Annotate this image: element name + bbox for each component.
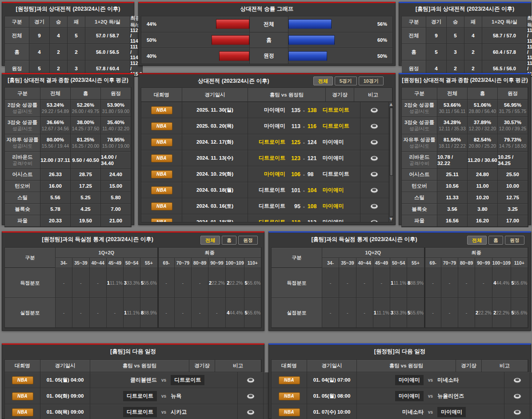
summary-cell: 12.00 / 37.11	[40, 152, 71, 169]
stadium-cell[interactable]	[238, 372, 264, 388]
stadium-cell[interactable]	[360, 134, 389, 150]
record-cell: 115.0 / 112.8	[527, 44, 532, 60]
stat-name: 스틸	[17, 195, 28, 201]
dist-left-tab-0[interactable]: 전체	[200, 236, 220, 245]
dist-row-label: 실점분포	[5, 298, 56, 328]
summary-row: 2점슛 성공률성공/시도53.24%29.22 / 54.8952.26%26.…	[5, 100, 131, 117]
record-row-label: 전체	[402, 28, 426, 44]
compare-cell: 비교 〉	[530, 404, 532, 419]
home-team: 마이애미	[248, 106, 285, 114]
record-col-header: 1+2Q 득/실	[482, 16, 527, 28]
dist-range-header: 80~89	[458, 258, 475, 268]
stadium-cell[interactable]	[504, 388, 530, 404]
stadium-cell[interactable]	[360, 150, 389, 166]
scrollbar-thumb[interactable]	[390, 108, 393, 176]
dist-cell: -	[208, 298, 225, 328]
stadium-cell[interactable]	[238, 388, 264, 404]
record-cell: 114.7 / 112.0	[527, 28, 532, 44]
stat-value: 3.25	[508, 206, 517, 212]
games-tab-2[interactable]: 10경기	[359, 77, 384, 85]
stat-value: 38.00%	[77, 119, 94, 125]
summary-row-label: 2점슛 성공률성공/시도	[402, 100, 437, 117]
league-badge: NBA	[151, 202, 172, 210]
dist-left-tab-1[interactable]: 홈	[222, 236, 236, 245]
league-cell: NBA	[5, 388, 40, 404]
dist-cell: -	[72, 268, 89, 298]
scroll-down-icon[interactable]: ▼	[389, 217, 394, 222]
dist-range-header: 35~39	[339, 258, 356, 268]
game-date: 2024. 03. 18(월)	[182, 182, 248, 198]
stat-value: 25.11	[446, 171, 458, 177]
home-score: 106	[288, 171, 300, 177]
summary-row-label: 리바운드공격/수비	[402, 152, 437, 169]
stat-value: 25.50	[506, 171, 519, 177]
schedule-row: NBA01. 04(일) 07:00마이애미vs미네소타비교 〉	[272, 372, 528, 388]
stat-value: 10.25 / 34.25	[498, 154, 528, 167]
stadium-cell[interactable]	[504, 404, 530, 419]
panel-h2h-games: 상대전적 (2023/24시즌 이후) 전체5경기10경기 대회명경기일시홈팀 …	[138, 73, 396, 225]
stadium-cell[interactable]	[238, 404, 264, 419]
panel-title: [홈팀]과의 상대전적 (2023/24시즌 이후)	[399, 3, 531, 15]
stat-value: 5.80	[111, 194, 120, 201]
stadium-cell[interactable]	[360, 118, 389, 134]
summary-col-header: 원정	[498, 88, 528, 100]
summary-row: 어시스트26.3328.7524.40	[5, 169, 131, 181]
dist-scope-tabs: 전체홈원정	[467, 236, 524, 245]
games-scrollbar[interactable]: ▲ ▼	[388, 102, 394, 222]
chart-title: 상대전적 승률 그래프	[139, 3, 395, 15]
stat-value: 35.40%	[107, 119, 124, 125]
stadium-cell[interactable]	[360, 182, 389, 198]
dist-range-header: 110+	[511, 258, 528, 268]
panel-title: [원정팀]의 다음 일정	[269, 345, 531, 358]
dist-right-tab-2[interactable]: 원정	[505, 236, 524, 245]
game-teams: 마이애미113-116디트로이트	[248, 118, 360, 134]
games-tab-1[interactable]: 5경기	[335, 77, 357, 85]
dist-left-tab-2[interactable]: 원정	[238, 236, 258, 245]
summary-col-header: 구분	[5, 88, 40, 100]
record-cell: 9	[426, 28, 447, 44]
dist-range-header: 34-	[322, 258, 339, 268]
summary-cell: 30.57%12.00 / 39.25	[498, 117, 528, 134]
stadium-cell[interactable]	[504, 372, 530, 388]
dist-percent: 55.6%	[144, 280, 157, 286]
stadium-cell[interactable]	[360, 102, 389, 118]
home-team: 디트로이트	[123, 391, 157, 401]
scroll-up-icon[interactable]: ▲	[389, 102, 394, 107]
stat-detail: 26.00 / 49.75	[72, 109, 99, 114]
stat-name: 스틸	[414, 195, 424, 201]
stat-value: 26.33	[49, 171, 62, 177]
stat-value: 81.50%	[444, 137, 461, 143]
summary-cell: 10.00	[498, 181, 528, 192]
dist-range-header: 34-	[56, 258, 72, 268]
home-team: 디트로이트	[123, 407, 157, 417]
panel-next-schedule-away: [원정팀]의 다음 일정 대회명경기일시홈팀 vs 원정팀경기장비고NBA01.…	[268, 343, 531, 419]
dist-range-header: 45~49	[373, 258, 390, 268]
dist-right-tab-0[interactable]: 전체	[467, 236, 487, 245]
stadium-cell[interactable]	[360, 214, 389, 222]
stat-value: 53.66%	[444, 102, 461, 108]
stat-detail: 31.75 / 55.75	[499, 109, 526, 114]
winrate-bar-chart: 44%전체56%50%홈60%40%원정50%	[141, 16, 393, 64]
dist-range-header: 69-	[158, 258, 175, 268]
summary-row: 파울16.5616.2017.00	[402, 215, 528, 227]
record-table: 구분경기승패1+2Q 득/실최종 득/실전체95458.7 / 57.0114.…	[401, 16, 528, 63]
games-tab-0[interactable]: 전체	[313, 77, 333, 85]
summary-cell: 25.50	[498, 169, 528, 181]
dist-cell: 111.1%	[373, 298, 390, 328]
summary-row-label: 자유투 성공률성공/시도	[402, 134, 437, 152]
scrollbar-track[interactable]	[389, 107, 393, 217]
chart-row: 50%홈60%	[141, 32, 392, 48]
dist-cell: -	[475, 268, 492, 298]
dist-cell: -	[158, 298, 175, 328]
dist-row-label: 득점분포	[272, 268, 322, 298]
stadium-icon	[370, 155, 379, 161]
schedule-header-row: 대회명경기일시홈팀 vs 원정팀경기장비고	[272, 360, 528, 372]
stadium-cell[interactable]	[360, 166, 389, 182]
stat-subname: 공격/수비	[12, 161, 32, 166]
summary-row: 3점슛 성공률성공/시도36.66%12.67 / 34.5638.00%14.…	[5, 117, 131, 134]
stadium-cell[interactable]	[360, 198, 389, 214]
game-teams: 디트로이트125-124마이애미	[248, 134, 360, 150]
record-row-label: 전체	[5, 28, 29, 44]
record-col-header: 구분	[402, 16, 426, 28]
dist-right-tab-1[interactable]: 홈	[488, 236, 503, 245]
